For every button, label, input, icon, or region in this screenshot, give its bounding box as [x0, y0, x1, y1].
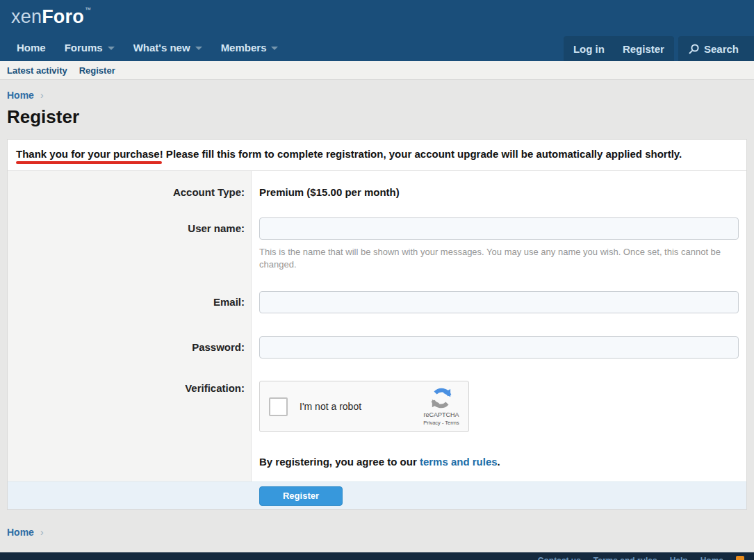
- rss-icon[interactable]: [736, 556, 744, 560]
- recaptcha-widget: I'm not a robot reCAPTCHA Privacy - Term…: [259, 381, 469, 432]
- nav-item-home[interactable]: Home: [17, 42, 46, 53]
- verification-row: Verification: I'm not a robot: [8, 381, 746, 432]
- username-help-text: This is the name that will be shown with…: [259, 246, 739, 270]
- recaptcha-brand: reCAPTCHA Privacy - Terms: [420, 388, 463, 426]
- account-type-label: Account Type:: [8, 186, 252, 198]
- nav-item-label: What's new: [133, 42, 190, 53]
- nav-item-members[interactable]: Members: [221, 42, 279, 53]
- breadcrumb: Home ›: [7, 90, 747, 101]
- chevron-down-icon: [271, 47, 278, 50]
- email-input[interactable]: [259, 291, 739, 313]
- username-input[interactable]: [259, 217, 739, 240]
- agreement-period: .: [498, 456, 500, 468]
- nav-item-whats-new[interactable]: What's new: [133, 42, 202, 53]
- sub-nav: Latest activity Register: [0, 61, 754, 80]
- agreement-row: By registering, you agree to our terms a…: [8, 456, 746, 468]
- search-icon: [689, 44, 699, 54]
- site-header: xenForo™ Home Forums What's new Members: [0, 0, 754, 61]
- nav-item-forums[interactable]: Forums: [65, 42, 115, 53]
- email-label: Email:: [8, 291, 252, 313]
- verification-label: Verification:: [8, 381, 252, 432]
- username-row: User name: This is the name that will be…: [8, 217, 746, 270]
- auth-tabs: Log in Register: [564, 36, 674, 61]
- footer-terms-link[interactable]: Terms and rules: [593, 556, 657, 560]
- purchase-notice-rest: Please fill this form to complete regist…: [163, 148, 682, 160]
- visitor-tabs: Log in Register Search: [564, 33, 754, 61]
- login-button[interactable]: Log in: [572, 43, 606, 55]
- logo-trademark: ™: [85, 6, 91, 13]
- password-input[interactable]: [259, 336, 739, 359]
- search-button[interactable]: Search: [678, 36, 754, 61]
- password-row: Password:: [8, 336, 746, 359]
- nav-item-label: Forums: [65, 42, 103, 53]
- password-label: Password:: [8, 336, 252, 359]
- purchase-notice: Thank you for your purchase! Please fill…: [8, 140, 746, 171]
- recaptcha-checkbox-label: I'm not a robot: [300, 401, 361, 412]
- username-label: User name:: [8, 217, 252, 270]
- search-label: Search: [704, 43, 739, 55]
- recaptcha-privacy-terms-links[interactable]: Privacy - Terms: [420, 420, 463, 426]
- site-footer: Contact us Terms and rules Help Home: [0, 552, 754, 560]
- nav-item-label: Members: [221, 42, 267, 53]
- breadcrumb-home-link[interactable]: Home: [7, 90, 34, 101]
- form-body: Account Type: Premium ($15.00 per month)…: [8, 171, 746, 481]
- breadcrumb-home-link[interactable]: Home: [7, 527, 34, 538]
- nav-item-label: Home: [17, 42, 46, 53]
- main-nav-row: Home Forums What's new Members Log in: [0, 33, 754, 61]
- submit-row: Register: [8, 481, 746, 509]
- account-type-value: Premium ($15.00 per month): [252, 186, 746, 198]
- footer-help-link[interactable]: Help: [670, 556, 688, 560]
- account-type-row: Account Type: Premium ($15.00 per month): [8, 186, 746, 198]
- registration-form: Thank you for your purchase! Please fill…: [7, 139, 747, 510]
- chevron-down-icon: [108, 47, 115, 50]
- recaptcha-brand-name: reCAPTCHA: [420, 411, 463, 418]
- breadcrumb-bottom: Home ›: [7, 527, 747, 538]
- recaptcha-checkbox[interactable]: [269, 397, 288, 416]
- main-nav: Home Forums What's new Members: [17, 33, 297, 61]
- logo-foro: Foro: [42, 6, 84, 27]
- footer-contact-us-link[interactable]: Contact us: [538, 556, 581, 560]
- subnav-latest-activity[interactable]: Latest activity: [7, 65, 67, 76]
- purchase-notice-highlight: Thank you for your purchase!: [16, 148, 163, 160]
- breadcrumb-separator-icon: ›: [40, 527, 44, 538]
- terms-and-rules-link[interactable]: terms and rules: [420, 456, 498, 468]
- agreement-text: By registering, you agree to our: [259, 456, 420, 468]
- page-title: Register: [7, 106, 747, 128]
- page: xenForo™ Home Forums What's new Members: [0, 0, 754, 560]
- chevron-down-icon: [195, 47, 202, 50]
- content-area: Home › Register Thank you for your purch…: [0, 90, 754, 538]
- xenforo-logo[interactable]: xenForo™: [11, 6, 91, 28]
- recaptcha-logo-icon: [431, 388, 452, 409]
- subnav-register[interactable]: Register: [79, 65, 115, 76]
- logo-xen: xen: [11, 6, 42, 27]
- register-button[interactable]: Register: [621, 43, 666, 55]
- register-submit-button[interactable]: Register: [259, 486, 343, 506]
- breadcrumb-separator-icon: ›: [40, 90, 44, 101]
- footer-home-link[interactable]: Home: [700, 556, 723, 560]
- email-row: Email:: [8, 291, 746, 313]
- logo-row: xenForo™: [0, 0, 754, 33]
